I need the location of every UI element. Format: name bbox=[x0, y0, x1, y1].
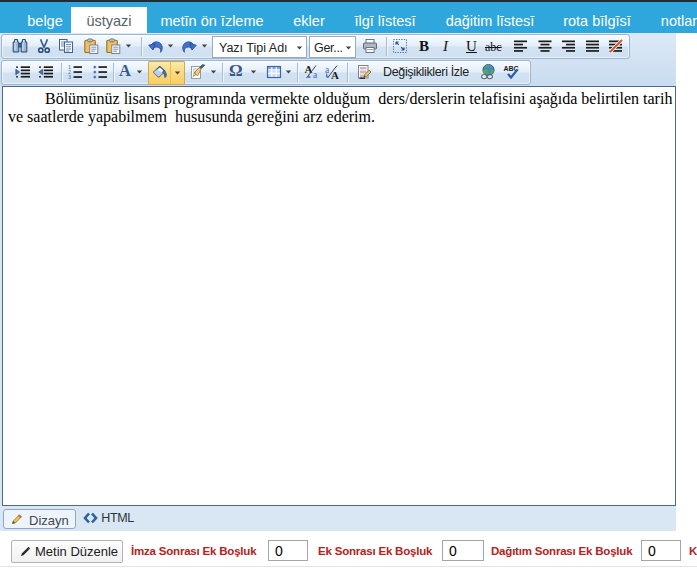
svg-text:A: A bbox=[331, 69, 339, 81]
svg-text:A: A bbox=[305, 64, 313, 75]
svg-text:a: a bbox=[325, 65, 330, 75]
svg-text:a: a bbox=[313, 70, 318, 80]
svg-text:3: 3 bbox=[68, 74, 71, 80]
